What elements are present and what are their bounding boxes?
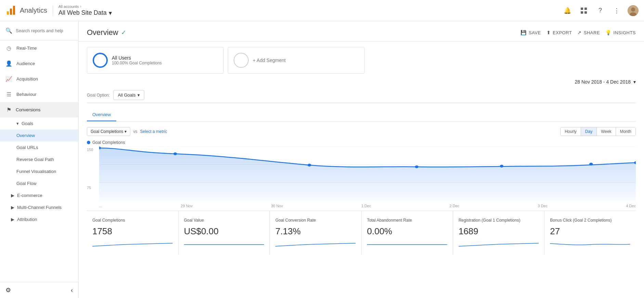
x-label-29nov: 29 Nov	[181, 204, 193, 208]
audience-icon: 👤	[5, 60, 12, 67]
metric-dropdown-chevron: ▾	[124, 129, 127, 134]
time-btn-day[interactable]: Day	[581, 127, 596, 136]
metric-value: 27	[550, 226, 630, 237]
page-title-row: Overview ✓	[87, 28, 126, 37]
metric-label: Goal Conversion Rate	[275, 218, 356, 223]
segment-sub: 100.00% Goal Completions	[112, 61, 162, 65]
goals-expand-icon: ▾	[16, 121, 19, 126]
insights-button[interactable]: 💡 INSIGHTS	[605, 30, 636, 35]
sidebar-item-goals-overview[interactable]: Overview	[0, 129, 78, 141]
apps-grid-button[interactable]	[578, 5, 589, 16]
metric-card-bonus-click: Bonus Click (Goal 2 Completions) 27	[544, 211, 636, 255]
goals-section-header[interactable]: ▾ Goals	[0, 117, 78, 129]
settings-icon[interactable]: ⚙	[5, 286, 11, 294]
svg-point-16	[415, 165, 418, 168]
svg-rect-1	[10, 9, 12, 15]
sidebar-item-audience[interactable]: 👤 Audience	[0, 56, 78, 71]
metric-card-value: Goal Value US$0.00	[179, 211, 270, 255]
x-label-1dec: 1 Dec	[361, 204, 371, 208]
search-bar[interactable]: 🔍 Search reports and help	[0, 21, 78, 40]
logo-area: Analytics	[5, 5, 53, 16]
metric-value: 1689	[459, 226, 539, 237]
y-label-75: 75	[87, 186, 99, 190]
chart-controls: Goal Completions ▾ vs Select a metric Ho…	[87, 127, 636, 136]
date-range[interactable]: 28 Nov 2018 - 4 Dec 2018 ▾	[87, 79, 636, 85]
breadcrumb: All accounts ›	[58, 4, 112, 9]
time-btn-hourly[interactable]: Hourly	[561, 127, 581, 136]
avatar[interactable]	[628, 5, 639, 16]
x-label-3dec: 3 Dec	[538, 204, 548, 208]
date-range-dropdown-icon: ▾	[633, 79, 636, 85]
add-segment-label: + Add Segment	[253, 58, 286, 63]
realtime-icon: ◷	[5, 45, 12, 51]
tab-overview[interactable]: Overview	[87, 109, 116, 121]
x-label-30nov: 30 Nov	[271, 204, 283, 208]
chart-container: 150 75	[87, 146, 636, 208]
export-button[interactable]: ⬆ EXPORT	[547, 30, 572, 35]
time-btn-week[interactable]: Week	[596, 127, 615, 136]
svg-rect-6	[584, 11, 587, 14]
goal-dropdown[interactable]: All Goals ▾	[113, 90, 144, 100]
metric-card-abandonment: Total Abandonment Rate 0.00%	[362, 211, 453, 255]
add-segment-card[interactable]: + Add Segment	[228, 47, 365, 74]
goal-option-row: Goal Option: All Goals ▾	[87, 87, 636, 103]
sparkline-completions	[92, 239, 173, 250]
sidebar-item-attribution[interactable]: ▶ Attribution	[0, 213, 78, 225]
export-icon: ⬆	[547, 30, 551, 35]
metric-primary-dropdown[interactable]: Goal Completions ▾	[87, 127, 130, 136]
sidebar-item-reverse-goal-path[interactable]: Reverse Goal Path	[0, 153, 78, 165]
sidebar-item-acquisition[interactable]: 📈 Acquisition	[0, 71, 78, 87]
acquisition-icon: 📈	[5, 76, 12, 82]
header: Analytics All accounts › All Web Site Da…	[0, 0, 644, 21]
content-area: All Users 100.00% Goal Completions + Add…	[79, 41, 644, 260]
sidebar-item-ecommerce[interactable]: ▶ E-commerce	[0, 189, 78, 201]
metric-card-conversion-rate: Goal Conversion Rate 7.13%	[270, 211, 362, 255]
save-button[interactable]: 💾 SAVE	[521, 30, 541, 35]
sidebar-item-goal-urls[interactable]: Goal URLs	[0, 141, 78, 153]
sparkline-value	[184, 239, 264, 250]
svg-point-17	[500, 165, 503, 167]
sidebar-item-multichannel[interactable]: ▶ Multi-Channel Funnels	[0, 201, 78, 213]
time-btn-month[interactable]: Month	[616, 127, 635, 136]
attribution-expand-icon: ▶	[11, 217, 14, 222]
metric-label: Total Abandonment Rate	[367, 218, 447, 223]
sidebar-item-goal-flow[interactable]: Goal Flow	[0, 177, 78, 189]
chart-x-labels: ... 29 Nov 30 Nov 1 Dec 2 Dec 3 Dec 4 De…	[99, 201, 636, 208]
time-range-buttons: Hourly Day Week Month	[560, 127, 636, 136]
more-options-button[interactable]: ⋮	[611, 5, 622, 16]
status-icon: ✓	[121, 29, 126, 36]
sidebar-item-realtime[interactable]: ◷ Real-Time	[0, 40, 78, 56]
avatar-icon	[628, 5, 639, 16]
chart-svg	[99, 146, 636, 201]
analytics-logo-icon	[5, 5, 16, 16]
notifications-button[interactable]: 🔔	[562, 5, 573, 16]
segment-info: All Users 100.00% Goal Completions	[112, 55, 162, 65]
vs-text: vs	[133, 129, 137, 134]
x-label-4dec: 4 Dec	[626, 204, 636, 208]
segments-row: All Users 100.00% Goal Completions + Add…	[87, 47, 636, 74]
multichannel-expand-icon: ▶	[11, 205, 14, 210]
metric-label: Bonus Click (Goal 2 Completions)	[550, 218, 630, 223]
main-content: Overview ✓ 💾 SAVE ⬆ EXPORT ↗ SHARE 💡	[79, 21, 644, 298]
collapse-sidebar-icon[interactable]: ‹	[71, 287, 73, 294]
page-header: Overview ✓ 💾 SAVE ⬆ EXPORT ↗ SHARE 💡	[79, 21, 644, 41]
metrics-row: Goal Completions 1758 Goal Value US$0.00	[87, 211, 636, 255]
sidebar-item-funnel-visualisation[interactable]: Funnel Visualisation	[0, 165, 78, 177]
segment-all-users: All Users 100.00% Goal Completions	[87, 47, 224, 74]
help-button[interactable]: ?	[595, 5, 606, 16]
property-selector[interactable]: All Web Site Data ▾	[58, 9, 112, 17]
metric-selector-row: Goal Completions ▾ vs Select a metric	[87, 127, 167, 136]
app-title: Analytics	[20, 7, 47, 14]
sidebar-item-conversions[interactable]: ⚑ Conversions	[0, 102, 78, 117]
svg-rect-5	[581, 11, 583, 14]
select-metric-link[interactable]: Select a metric	[140, 129, 167, 134]
metric-label: Goal Completions	[92, 218, 173, 223]
sidebar-item-behaviour[interactable]: ☰ Behaviour	[0, 87, 78, 102]
main-layout: 🔍 Search reports and help ◷ Real-Time 👤 …	[0, 21, 644, 298]
property-dropdown-icon: ▾	[109, 9, 112, 17]
metric-value: 0.00%	[367, 226, 447, 237]
behaviour-icon: ☰	[5, 91, 12, 98]
share-button[interactable]: ↗ SHARE	[577, 30, 600, 35]
chart-svg-area	[99, 146, 636, 201]
sidebar-footer: ⚙ ‹	[0, 282, 78, 298]
